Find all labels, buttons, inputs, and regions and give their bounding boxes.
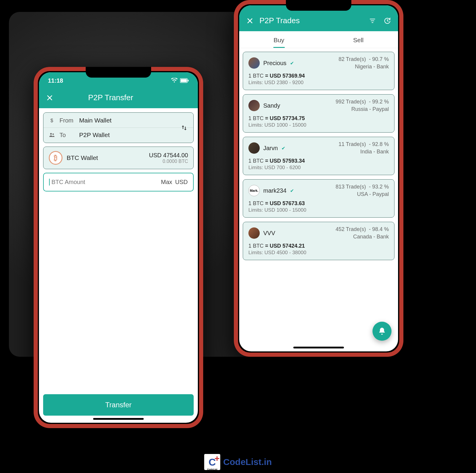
- to-row: To P2P Wallet: [49, 131, 188, 139]
- dollar-icon: $: [49, 117, 55, 124]
- trade-top: Mark. mark234 ✔ 813 Trade(s) - 93.2 % US…: [248, 184, 389, 197]
- usd-toggle[interactable]: USD: [175, 179, 188, 186]
- max-button[interactable]: Max: [161, 179, 172, 186]
- phone-notch: [286, 0, 351, 11]
- people-icon: [49, 132, 55, 138]
- page-title: P2P Trades: [259, 16, 363, 25]
- trade-location: Canada - Bank: [336, 234, 389, 240]
- trade-username: mark234: [263, 187, 286, 194]
- trade-stats: 452 Trade(s) - 98.4 % Canada - Bank: [336, 226, 389, 240]
- trade-limits: Limits: USD 2380 - 9200: [248, 80, 389, 86]
- trade-limits: Limits: USD 700 - 6200: [248, 165, 389, 171]
- trade-location: Nigeria - Bank: [339, 64, 389, 70]
- verified-badge-icon: ✔: [281, 145, 285, 151]
- phone-trades: P2P Trades Buy Sell Precious ✔ 82 T: [234, 0, 403, 357]
- amount-right: Max USD: [161, 179, 188, 186]
- trade-username: Sandy: [263, 102, 280, 109]
- wifi-icon: [171, 78, 178, 83]
- from-row: $ From Main Wallet: [49, 117, 188, 124]
- trade-rate: 1 BTC = USD 57673.63: [248, 200, 389, 207]
- amount-input[interactable]: [49, 179, 161, 186]
- trade-top: Precious ✔ 82 Trade(s) - 90.7 % Nigeria …: [248, 56, 389, 70]
- trade-limits: Limits: USD 4500 - 38000: [248, 250, 389, 256]
- trade-location: Russia - Paypal: [336, 106, 389, 112]
- trade-count: 992 Trade(s) - 99.2 %: [336, 99, 389, 105]
- divider: [43, 128, 193, 128]
- wallet-btc: 0.0000 BTC: [149, 159, 188, 164]
- trade-user: Precious ✔: [248, 56, 294, 70]
- close-icon: [246, 17, 253, 24]
- swap-vertical-icon: [181, 124, 188, 131]
- bitcoin-icon: ₿: [49, 151, 62, 165]
- trade-top: Jarvn ✔ 11 Trade(s) - 92.8 % India - Ban…: [248, 141, 389, 155]
- verified-badge-icon: ✔: [290, 60, 294, 66]
- trade-limits: Limits: USD 1000 - 15000: [248, 207, 389, 213]
- trade-stats: 11 Trade(s) - 92.8 % India - Bank: [339, 141, 389, 155]
- trade-user: VVV: [248, 226, 275, 240]
- trade-user: Jarvn ✔: [248, 141, 285, 155]
- from-value: Main Wallet: [79, 117, 112, 124]
- trade-card[interactable]: VVV 452 Trade(s) - 98.4 % Canada - Bank …: [243, 222, 394, 260]
- trade-count: 452 Trade(s) - 98.4 %: [336, 226, 389, 232]
- home-indicator: [93, 418, 144, 420]
- from-label: From: [60, 117, 75, 124]
- trade-rate: 1 BTC = USD 57734.75: [248, 115, 389, 122]
- avatar: [248, 142, 260, 154]
- trades-list: Precious ✔ 82 Trade(s) - 90.7 % Nigeria …: [239, 48, 398, 351]
- history-icon: [384, 17, 391, 24]
- wallet-right: USD 47544.00 0.0000 BTC: [149, 152, 188, 164]
- trade-card[interactable]: Sandy 992 Trade(s) - 99.2 % Russia - Pay…: [243, 94, 394, 133]
- trade-rate: 1 BTC = USD 57369.94: [248, 73, 389, 79]
- trade-stats: 813 Trade(s) - 93.2 % USA - Paypal: [336, 184, 389, 197]
- close-icon: [46, 94, 53, 101]
- trade-top: VVV 452 Trade(s) - 98.4 % Canada - Bank: [248, 226, 389, 240]
- trade-username: Jarvn: [263, 145, 278, 152]
- transfer-content: $ From Main Wallet To P2P Wallet ₿ BTC W: [39, 108, 198, 423]
- phone-notch: [86, 67, 151, 78]
- trade-card[interactable]: Mark. mark234 ✔ 813 Trade(s) - 93.2 % US…: [243, 179, 394, 218]
- header-transfer: P2P Transfer: [39, 89, 198, 108]
- trade-location: USA - Paypal: [336, 191, 389, 197]
- avatar: [248, 100, 260, 111]
- brand-logo: C+CodeList: [204, 454, 220, 470]
- trade-rate: 1 BTC = USD 57593.34: [248, 158, 389, 164]
- screen-transfer: 11:18 P2P Transfer $ From Main Wallet: [39, 72, 198, 423]
- wallet-name: BTC Wallet: [67, 154, 98, 161]
- svg-point-4: [50, 133, 52, 135]
- trade-count: 11 Trade(s) - 92.8 %: [339, 141, 389, 147]
- tab-sell[interactable]: Sell: [319, 31, 398, 48]
- home-indicator: [293, 347, 344, 348]
- avatar: Mark.: [248, 185, 260, 196]
- trade-user: Sandy: [248, 99, 280, 112]
- swap-button[interactable]: [180, 123, 189, 132]
- trade-username: VVV: [263, 230, 275, 237]
- status-time: 11:18: [48, 77, 63, 84]
- page-title: P2P Transfer: [59, 93, 162, 102]
- bell-icon: [378, 327, 386, 335]
- trade-card[interactable]: Precious ✔ 82 Trade(s) - 90.7 % Nigeria …: [243, 52, 394, 90]
- trade-top: Sandy 992 Trade(s) - 99.2 % Russia - Pay…: [248, 99, 389, 112]
- close-button[interactable]: [46, 94, 54, 102]
- amount-card: Max USD: [43, 173, 194, 191]
- filter-button[interactable]: [368, 17, 377, 25]
- from-to-card[interactable]: $ From Main Wallet To P2P Wallet: [43, 112, 194, 143]
- header-actions: [368, 17, 392, 25]
- trade-username: Precious: [263, 60, 286, 67]
- trade-card[interactable]: Jarvn ✔ 11 Trade(s) - 92.8 % India - Ban…: [243, 137, 394, 175]
- to-label: To: [60, 132, 75, 139]
- battery-icon: [180, 78, 189, 83]
- svg-rect-2: [188, 80, 189, 81]
- avatar: [248, 227, 260, 239]
- history-button[interactable]: [383, 17, 392, 25]
- wallet-card[interactable]: ₿ BTC Wallet USD 47544.00 0.0000 BTC: [43, 147, 194, 169]
- trade-count: 82 Trade(s) - 90.7 %: [339, 56, 389, 62]
- close-button[interactable]: [246, 17, 254, 25]
- notifications-fab[interactable]: [372, 322, 392, 341]
- tab-buy[interactable]: Buy: [239, 31, 319, 48]
- status-icons: [171, 78, 189, 83]
- trade-stats: 992 Trade(s) - 99.2 % Russia - Paypal: [336, 99, 389, 112]
- avatar: [248, 57, 260, 69]
- trade-limits: Limits: USD 1000 - 15000: [248, 122, 389, 128]
- transfer-button[interactable]: Transfer: [43, 394, 194, 416]
- brand-footer: C+CodeList CodeList.in: [204, 454, 272, 470]
